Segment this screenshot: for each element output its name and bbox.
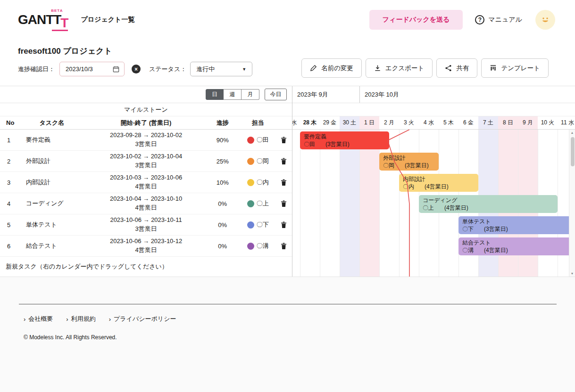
template-button[interactable]: テンプレート xyxy=(481,58,549,78)
task-progress: 10% xyxy=(205,179,240,186)
scroll-up-icon[interactable]: ▲ xyxy=(571,131,574,134)
month-header-cell: 2023年 10月 xyxy=(359,86,575,103)
delete-cell xyxy=(275,243,292,250)
gantt-bar[interactable]: コーディング〇上(4営業日) xyxy=(419,195,558,213)
bar-assignee-label: 〇田 xyxy=(304,140,325,148)
bar-task-name: 単体テスト xyxy=(462,218,574,225)
date-header-cell: 2 月 xyxy=(379,116,399,129)
date-header-cell: 5 木 xyxy=(439,116,458,129)
task-assignee: 〇下 xyxy=(240,220,275,229)
status-value: 進行中 xyxy=(196,65,215,74)
progress-date-input[interactable]: 2023/10/3 xyxy=(59,62,125,76)
task-assignee: 〇溝 xyxy=(240,242,275,250)
caret-down-icon: ▼ xyxy=(242,67,246,72)
manual-link[interactable]: ? マニュアル xyxy=(475,15,522,24)
feedback-button[interactable]: フィードバックを送る xyxy=(369,10,463,30)
task-row: 2外部設計2023-10-02 → 2023-10-043営業日25%〇岡 xyxy=(0,151,292,172)
task-row: 4コーディング2023-10-04 → 2023-10-104営業日0%〇上 xyxy=(0,193,292,214)
bar-task-name: 内部設計 xyxy=(403,175,475,183)
scrollbar-thumb[interactable] xyxy=(571,137,575,166)
view-week-button[interactable]: 週 xyxy=(224,89,242,100)
app-logo[interactable]: GANTT BETA T xyxy=(18,13,61,26)
month-header-cell: 2023年 9月 xyxy=(292,86,359,103)
col-header-assignee: 担当 xyxy=(240,119,275,127)
help-icon: ? xyxy=(475,15,484,24)
date-header-cell: 28 木 xyxy=(300,116,320,129)
calendar-icon xyxy=(113,66,119,73)
task-row: 6結合テスト2023-10-06 → 2023-10-124営業日0%〇溝 xyxy=(0,236,292,257)
task-name: 内部設計 xyxy=(17,178,87,187)
gantt-bar[interactable]: 結合テスト〇溝(4営業日) xyxy=(458,237,575,255)
gantt-bar[interactable]: 内部設計〇内(4営業日) xyxy=(399,174,478,192)
task-no: 3 xyxy=(0,179,17,186)
logo-underline xyxy=(52,30,68,31)
action-button-label: エクスポート xyxy=(385,64,425,73)
export-button[interactable]: エクスポート xyxy=(366,58,433,78)
date-header-cell: 30 土 xyxy=(340,116,359,129)
delete-task-button[interactable] xyxy=(281,221,287,229)
chevron-right-icon: › xyxy=(109,316,111,323)
bar-duration-label: (3営業日) xyxy=(484,225,508,233)
date-header-cell: 27 水 xyxy=(292,116,300,129)
share-button[interactable]: 共有 xyxy=(436,58,477,78)
footer-link-1[interactable]: ›会社概要 xyxy=(24,315,53,323)
nav-project-list[interactable]: プロジェクト一覧 xyxy=(81,16,134,24)
vertical-scrollbar[interactable]: ▲ ▼ xyxy=(569,130,575,277)
task-name: 外部設計 xyxy=(17,157,87,165)
month-label: 2023年 9月 xyxy=(297,90,328,99)
grid-line xyxy=(359,130,360,277)
col-header-no: No xyxy=(0,119,17,126)
col-header-period: 開始-終了 (営業日) xyxy=(87,119,205,127)
view-toolbar: 日週月 今日 xyxy=(0,86,292,103)
share-icon xyxy=(445,65,452,72)
date-header-cell: 29 金 xyxy=(320,116,340,129)
task-period-dates: 2023-10-06 → 2023-10-12 xyxy=(87,237,205,246)
gantt-bar[interactable]: 単体テスト〇下(3営業日) xyxy=(458,216,575,234)
grid-line xyxy=(320,130,320,277)
col-header-progress: 進捗 xyxy=(205,119,240,127)
date-header-cell: 8 日 xyxy=(498,116,518,129)
delete-task-button[interactable] xyxy=(281,158,287,165)
chart-body[interactable]: 要件定義〇田(3営業日)外部設計〇岡(3営業日)内部設計〇内(4営業日)コーディ… xyxy=(292,130,575,277)
footer-link-3[interactable]: ›プライバシーポリシー xyxy=(109,315,176,323)
user-avatar[interactable] xyxy=(535,10,555,30)
project-actions: 名前の変更エクスポート共有テンプレート xyxy=(301,58,549,78)
manual-label: マニュアル xyxy=(488,16,522,24)
task-progress: 0% xyxy=(205,200,240,207)
task-row: 5単体テスト2023-10-06 → 2023-10-113営業日0%〇下 xyxy=(0,214,292,236)
footer-link-2[interactable]: ›利用規約 xyxy=(66,315,95,323)
status-select[interactable]: 進行中 ▼ xyxy=(190,62,252,76)
clear-date-button[interactable]: × xyxy=(132,65,141,74)
footer-link-label: 利用規約 xyxy=(71,315,96,323)
scroll-down-icon[interactable]: ▼ xyxy=(571,272,574,275)
task-no: 2 xyxy=(0,158,17,165)
task-assignee: 〇上 xyxy=(240,199,275,208)
bar-assignee-label: 〇内 xyxy=(403,183,425,190)
assignee-color-dot xyxy=(247,221,254,229)
rename-button[interactable]: 名前の変更 xyxy=(301,58,362,78)
delete-task-button[interactable] xyxy=(281,179,287,186)
delete-task-button[interactable] xyxy=(281,243,287,250)
gantt-bar[interactable]: 外部設計〇岡(3営業日) xyxy=(379,153,439,171)
saturday-column xyxy=(340,130,359,277)
assignee-color-dot xyxy=(247,137,254,144)
task-table-panel: 日週月 今日 マイルストーン No タスク名 開始-終了 (営業日) 進捗 担当… xyxy=(0,86,292,277)
bar-duration-label: (3営業日) xyxy=(405,162,429,169)
delete-cell xyxy=(275,158,292,165)
bar-assignee-label: 〇上 xyxy=(423,204,444,212)
bar-assignee-label: 〇岡 xyxy=(383,162,405,169)
download-icon xyxy=(374,65,381,72)
task-period: 2023-09-28 → 2023-10-023営業日 xyxy=(87,131,205,149)
bar-duration-label: (4営業日) xyxy=(484,246,508,254)
grid-line xyxy=(300,130,300,277)
delete-cell xyxy=(275,137,292,144)
today-button[interactable]: 今日 xyxy=(265,89,287,100)
trash-icon xyxy=(281,221,287,229)
delete-task-button[interactable] xyxy=(281,137,287,144)
view-day-button[interactable]: 日 xyxy=(206,89,224,100)
date-header-cell: 7 土 xyxy=(478,116,498,129)
gantt-bar[interactable]: 要件定義〇田(3営業日) xyxy=(300,131,389,149)
date-header-cell: 4 水 xyxy=(419,116,439,129)
delete-task-button[interactable] xyxy=(281,200,287,207)
view-month-button[interactable]: 月 xyxy=(242,89,259,100)
